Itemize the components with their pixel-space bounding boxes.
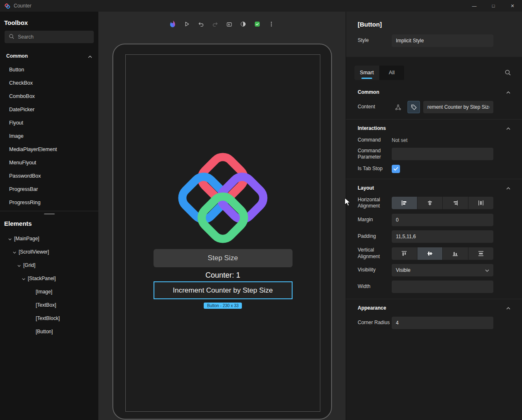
corner-radius-label: Corner Radius bbox=[358, 320, 392, 326]
tree-item-image[interactable]: [Image] bbox=[0, 285, 98, 298]
visibility-select[interactable]: Visible bbox=[392, 264, 493, 276]
toolbox-item-image[interactable]: Image bbox=[0, 129, 98, 143]
align-stretch-horizontal-button[interactable] bbox=[468, 197, 494, 209]
toolbox-item-passwordbox[interactable]: PasswordBox bbox=[0, 169, 98, 183]
toolbox-item-progressring[interactable]: ProgressRing bbox=[0, 196, 98, 209]
chevron-down-icon bbox=[22, 276, 25, 281]
app-preview-screen: Step Size Counter: 1 Increment Counter b… bbox=[125, 54, 320, 412]
minimize-button[interactable]: — bbox=[465, 0, 484, 12]
theme-toggle-button[interactable] bbox=[238, 19, 249, 29]
tree-item-textblock[interactable]: [TextBlock] bbox=[0, 312, 98, 325]
section-appearance-header[interactable]: Appearance bbox=[346, 300, 522, 316]
toolbox-item-flyout[interactable]: Flyout bbox=[0, 116, 98, 129]
tree-item-mainpage[interactable]: [MainPage] bbox=[0, 232, 98, 245]
tab-all[interactable]: All bbox=[379, 66, 404, 80]
chevron-up-icon bbox=[88, 53, 92, 59]
vertical-alignment-group bbox=[392, 247, 493, 260]
window-controls: — □ ✕ bbox=[465, 0, 522, 12]
horizontal-alignment-group bbox=[392, 197, 493, 209]
close-button[interactable]: ✕ bbox=[503, 0, 522, 12]
panel-splitter[interactable] bbox=[0, 211, 98, 216]
align-bottom-button[interactable] bbox=[443, 247, 468, 260]
tree-item-label: [Grid] bbox=[23, 262, 35, 268]
toolbox-search[interactable] bbox=[5, 31, 94, 43]
literal-value-tag-button[interactable] bbox=[407, 101, 420, 113]
section-layout-header[interactable]: Layout bbox=[346, 180, 522, 196]
tree-item-stackpanel[interactable]: [StackPanel] bbox=[0, 272, 98, 285]
align-middle-button[interactable] bbox=[417, 247, 443, 260]
toolbox-section-common[interactable]: Common bbox=[0, 50, 98, 62]
binding-mode-button[interactable] bbox=[392, 101, 404, 113]
tab-all-label: All bbox=[389, 70, 395, 76]
elements-title: Elements bbox=[0, 216, 98, 232]
width-label: Width bbox=[358, 283, 392, 290]
device-frame: Step Size Counter: 1 Increment Counter b… bbox=[112, 44, 332, 420]
tree-item-label: [StackPanel] bbox=[28, 276, 56, 281]
maximize-button[interactable]: □ bbox=[484, 0, 503, 12]
toolbox-item-mediaplayerelement[interactable]: MediaPlayerElement bbox=[0, 143, 98, 156]
toolbox-search-input[interactable] bbox=[18, 34, 90, 40]
chevron-up-icon bbox=[506, 125, 510, 131]
selected-element-name: [Button] bbox=[358, 21, 510, 28]
margin-input[interactable] bbox=[392, 214, 493, 226]
align-right-button[interactable] bbox=[443, 197, 468, 209]
increment-button[interactable]: Increment Counter by Step Size bbox=[154, 281, 293, 299]
toolbox-section-label: Common bbox=[6, 53, 28, 59]
section-common-header[interactable]: Common bbox=[346, 84, 522, 100]
toolbox-title: Toolbox bbox=[0, 12, 98, 31]
more-options-button[interactable] bbox=[266, 19, 277, 29]
toolbox-item-menuflyout[interactable]: MenuFlyout bbox=[0, 156, 98, 169]
section-interactions-title: Interactions bbox=[358, 125, 386, 131]
hot-design-flame-button[interactable] bbox=[167, 19, 178, 29]
content-input[interactable] bbox=[423, 101, 493, 113]
command-parameter-label: Command Parameter bbox=[358, 148, 392, 161]
section-common: Common Content bbox=[346, 83, 522, 119]
tab-smart[interactable]: Smart bbox=[354, 66, 379, 80]
tree-item-label: [MainPage] bbox=[14, 236, 39, 242]
corner-radius-input[interactable] bbox=[392, 317, 493, 329]
validation-status-button[interactable] bbox=[252, 19, 263, 29]
content-label: Content bbox=[358, 104, 392, 110]
tree-item-button[interactable]: [Button] bbox=[0, 325, 98, 338]
align-stretch-vertical-button[interactable] bbox=[468, 247, 494, 260]
selected-element-header: [Button] Style bbox=[346, 12, 522, 57]
tree-item-textbox[interactable]: [TextBox] bbox=[0, 298, 98, 312]
section-layout: Layout Horizontal Alignment M bbox=[346, 179, 522, 299]
selected-button-wrapper: Increment Counter by Step Size Button - … bbox=[154, 281, 293, 299]
command-parameter-input[interactable] bbox=[392, 148, 493, 160]
toolbox-item-progressbar[interactable]: ProgressBar bbox=[0, 183, 98, 196]
style-label: Style bbox=[358, 37, 392, 44]
chevron-up-icon bbox=[506, 305, 510, 311]
padding-label: Padding bbox=[358, 233, 392, 240]
play-button[interactable] bbox=[181, 19, 192, 29]
align-top-button[interactable] bbox=[392, 247, 417, 260]
chevron-down-icon bbox=[485, 267, 489, 273]
align-left-button[interactable] bbox=[392, 197, 417, 209]
step-size-textbox[interactable]: Step Size bbox=[154, 249, 293, 267]
toolbox-item-combobox[interactable]: ComboBox bbox=[0, 90, 98, 103]
tree-item-scrollviewer[interactable]: [ScrollViewer] bbox=[0, 245, 98, 259]
horizontal-alignment-label: Horizontal Alignment bbox=[358, 197, 392, 210]
design-canvas[interactable]: Step Size Counter: 1 Increment Counter b… bbox=[98, 12, 346, 420]
redo-button[interactable] bbox=[210, 19, 220, 29]
undo-button[interactable] bbox=[195, 19, 206, 29]
command-value: Not set bbox=[392, 137, 407, 143]
padding-input[interactable] bbox=[392, 230, 493, 243]
tree-item-grid[interactable]: [Grid] bbox=[0, 259, 98, 272]
is-tab-stop-checkbox[interactable] bbox=[392, 165, 400, 173]
width-input[interactable] bbox=[392, 281, 493, 293]
style-input[interactable] bbox=[392, 34, 493, 47]
toolbox-item-button[interactable]: Button bbox=[0, 63, 98, 76]
fit-to-screen-button[interactable] bbox=[224, 19, 234, 29]
toolbox-item-checkbox[interactable]: CheckBox bbox=[0, 76, 98, 90]
align-center-button[interactable] bbox=[417, 197, 443, 209]
tree-item-label: [ScrollViewer] bbox=[19, 249, 49, 255]
section-interactions-header[interactable]: Interactions bbox=[346, 120, 522, 136]
titlebar: Counter — □ ✕ bbox=[0, 0, 522, 12]
inspector-search-icon[interactable] bbox=[505, 69, 511, 76]
toolbox-item-datepicker[interactable]: DatePicker bbox=[0, 103, 98, 116]
margin-label: Margin bbox=[358, 217, 392, 223]
section-common-title: Common bbox=[358, 89, 379, 95]
canvas-toolbar bbox=[98, 19, 346, 29]
app-logo-icon bbox=[4, 3, 10, 9]
